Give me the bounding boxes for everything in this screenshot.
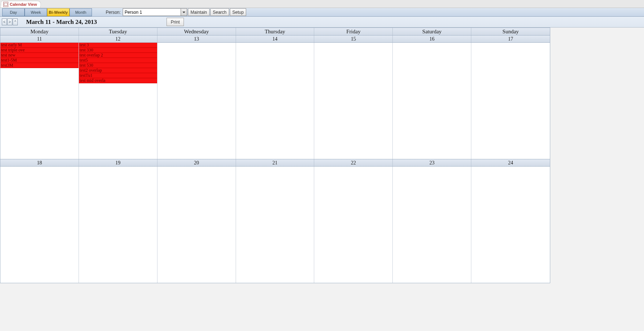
person-select[interactable]: Person 1: [123, 8, 187, 16]
toolbar: Day Week Bi-Weekly Month Person: Person …: [0, 8, 644, 17]
day-header: Sunday: [471, 28, 550, 35]
calendar-event[interactable]: test5: [79, 58, 157, 63]
calendar-event[interactable]: testTu1: [79, 73, 157, 78]
week-row: test early Mtest triple ovetest newtest1…: [0, 43, 550, 159]
day-header: Saturday: [393, 28, 471, 35]
day-header: Tuesday: [79, 28, 157, 35]
date-header[interactable]: 12: [79, 35, 157, 42]
day-cell[interactable]: [157, 43, 236, 159]
person-selected-value: Person 1: [125, 10, 142, 15]
calendar-event[interactable]: test2 overlap: [79, 68, 157, 73]
date-header-row: 18192021222324: [0, 159, 550, 167]
search-button[interactable]: Search: [210, 8, 229, 16]
day-cell[interactable]: [314, 43, 393, 159]
date-header[interactable]: 17: [471, 35, 550, 42]
date-header[interactable]: 20: [157, 159, 236, 166]
day-cell[interactable]: [393, 43, 471, 159]
day-cell[interactable]: test early Mtest triple ovetest newtest1…: [0, 43, 79, 159]
day-cell[interactable]: [79, 167, 157, 283]
day-cell[interactable]: [314, 167, 393, 283]
day-header: Thursday: [236, 28, 315, 35]
day-cell[interactable]: [236, 43, 315, 159]
day-header: Friday: [314, 28, 393, 35]
date-header-row: 11121314151617: [0, 35, 550, 43]
date-header[interactable]: 21: [236, 159, 315, 166]
person-label: Person:: [106, 10, 121, 15]
tab-calendar-view[interactable]: Calendar View: [0, 1, 41, 8]
prev-button[interactable]: <: [2, 18, 7, 25]
date-header[interactable]: 19: [79, 159, 157, 166]
view-biweekly-button[interactable]: Bi-Weekly: [47, 8, 70, 16]
view-week-button[interactable]: Week: [25, 8, 47, 16]
day-header-row: MondayTuesdayWednesdayThursdayFridaySatu…: [0, 28, 550, 35]
view-month-button[interactable]: Month: [70, 8, 92, 16]
day-cell[interactable]: test 3test 330test overlap 2test5test 53…: [79, 43, 157, 159]
day-cell[interactable]: [236, 167, 315, 283]
day-header: Wednesday: [157, 28, 236, 35]
calendar-event[interactable]: test 530: [79, 63, 157, 68]
date-header[interactable]: 22: [314, 159, 393, 166]
date-header[interactable]: 24: [471, 159, 550, 166]
view-day-button[interactable]: Day: [2, 8, 25, 16]
window-tabbar: Calendar View: [0, 0, 644, 8]
date-header[interactable]: 16: [393, 35, 471, 42]
calendar-event[interactable]: test early M: [0, 43, 79, 48]
date-range-title: March 11 - March 24, 2013: [26, 18, 97, 26]
day-cell[interactable]: [0, 167, 79, 283]
day-cell[interactable]: [471, 43, 550, 159]
week-row: [0, 167, 550, 283]
calendar-event[interactable]: test triple ove: [0, 48, 79, 53]
chevron-down-icon[interactable]: [181, 9, 187, 16]
form-icon: [3, 2, 8, 7]
date-header[interactable]: 14: [236, 35, 315, 42]
up-button[interactable]: ^: [13, 18, 18, 25]
calendar-event[interactable]: test 330: [79, 48, 157, 53]
date-header[interactable]: 18: [0, 159, 79, 166]
print-button[interactable]: Print: [167, 18, 184, 26]
calendar-event[interactable]: test1-5M: [0, 58, 79, 63]
day-cell[interactable]: [157, 167, 236, 283]
date-header[interactable]: 11: [0, 35, 79, 42]
calendar-event[interactable]: test mid overla: [79, 78, 157, 83]
nav-bar: < > ^ March 11 - March 24, 2013 Print: [0, 17, 644, 28]
day-header: Monday: [0, 28, 79, 35]
calendar-grid: MondayTuesdayWednesdayThursdayFridaySatu…: [0, 28, 550, 283]
maintain-button[interactable]: Maintain: [188, 8, 209, 16]
day-cell[interactable]: [471, 167, 550, 283]
date-header[interactable]: 15: [314, 35, 393, 42]
setup-button[interactable]: Setup: [230, 8, 246, 16]
tab-title: Calendar View: [10, 2, 37, 7]
date-header[interactable]: 13: [157, 35, 236, 42]
calendar-event[interactable]: test new: [0, 53, 79, 58]
calendar-event[interactable]: test overlap 2: [79, 53, 157, 58]
next-button[interactable]: >: [7, 18, 12, 25]
date-header[interactable]: 23: [393, 159, 471, 166]
day-cell[interactable]: [393, 167, 471, 283]
calendar-event[interactable]: test3M: [0, 63, 79, 68]
calendar-event[interactable]: test 3: [79, 43, 157, 48]
